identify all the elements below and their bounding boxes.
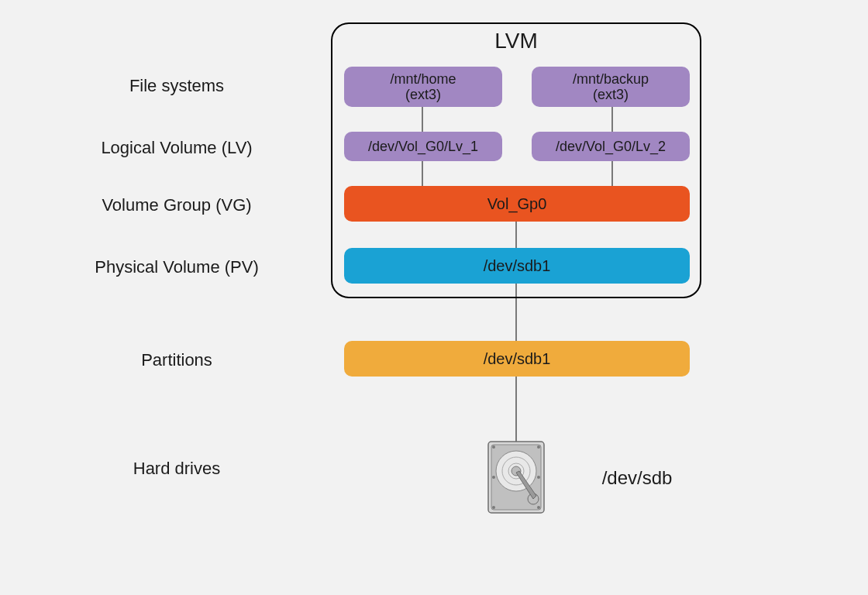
label-logical-volume: Logical Volume (LV) [101, 138, 252, 157]
svg-point-16 [537, 445, 540, 449]
label-hard-drives: Hard drives [133, 459, 220, 478]
svg-point-19 [492, 476, 495, 479]
hard-drive-icon [488, 442, 544, 513]
label-partitions: Partitions [141, 350, 212, 370]
svg-point-20 [537, 476, 540, 479]
label-physical-volume: Physical Volume (PV) [95, 257, 259, 277]
pv-text: /dev/sdb1 [484, 257, 551, 274]
svg-point-15 [492, 445, 495, 449]
svg-point-17 [492, 506, 495, 509]
fs2-type: (ext3) [593, 87, 629, 102]
lv1-text: /dev/Vol_G0/Lv_1 [368, 139, 478, 155]
label-file-systems: File systems [129, 76, 224, 95]
fs1-type: (ext3) [405, 87, 441, 102]
vg-text: Vol_Gp0 [487, 195, 547, 213]
label-volume-group: Volume Group (VG) [102, 195, 251, 215]
lvm-title: LVM [494, 29, 538, 53]
fs1-path: /mnt/home [390, 71, 456, 87]
svg-point-18 [537, 506, 540, 509]
fs2-path: /mnt/backup [573, 71, 649, 87]
lv2-text: /dev/Vol_G0/Lv_2 [556, 139, 666, 155]
drive-text: /dev/sdb [602, 467, 673, 488]
partition-text: /dev/sdb1 [484, 350, 551, 367]
